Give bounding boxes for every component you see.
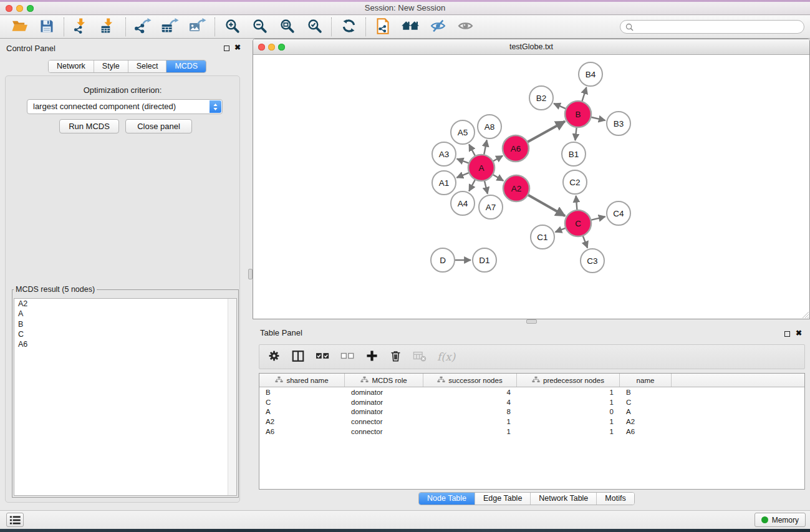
create-column-button[interactable] [291, 349, 305, 365]
graph-node-D[interactable]: D [431, 248, 455, 272]
graph-edge-A2-C[interactable] [527, 195, 565, 216]
tab-mcds[interactable]: MCDS [166, 60, 206, 72]
graph-edge-A-A3[interactable] [457, 159, 470, 164]
export-image-button[interactable] [185, 17, 210, 36]
graph-node-A[interactable]: A [468, 155, 494, 181]
graph-node-A8[interactable]: A8 [478, 115, 501, 138]
graph-node-A4[interactable]: A4 [451, 191, 475, 215]
graph-node-A6[interactable]: A6 [503, 135, 529, 162]
column-header-successor-nodes[interactable]: successor nodes [423, 374, 517, 387]
resize-grip[interactable] [801, 310, 809, 319]
graph-node-A3[interactable]: A3 [432, 142, 456, 166]
graph-node-A2[interactable]: A2 [503, 175, 529, 201]
new-network-from-selection-button[interactable] [370, 17, 395, 36]
tab-style[interactable]: Style [94, 60, 128, 72]
zoom-selected-button[interactable] [302, 17, 327, 36]
first-neighbors-button[interactable] [398, 17, 423, 36]
delete-row-button[interactable] [389, 349, 402, 364]
tab-node-table[interactable]: Node Table [419, 493, 475, 505]
column-header-name[interactable]: name [620, 374, 672, 387]
criterion-select[interactable]: largest connected component (directed) [27, 99, 223, 114]
float-panel-icon[interactable] [224, 46, 229, 51]
graph-node-B1[interactable]: B1 [562, 142, 586, 166]
graph-edge-C-C1[interactable] [556, 228, 567, 232]
deselect-all-button[interactable] [340, 349, 355, 364]
memory-button[interactable]: Memory [755, 513, 806, 527]
graph-node-A5[interactable]: A5 [451, 120, 475, 144]
zoom-out-button[interactable] [247, 17, 272, 36]
table-row[interactable]: Cdominator41C [259, 397, 804, 407]
mcds-result-item[interactable]: A2 [14, 299, 236, 309]
horizontal-splitter-handle[interactable] [526, 319, 537, 324]
graph-edge-C-C4[interactable] [590, 216, 605, 220]
graph-edge-C-C2[interactable] [576, 196, 577, 211]
vertical-splitter-handle[interactable] [248, 269, 253, 279]
import-table-button[interactable] [96, 17, 121, 36]
graph-node-A1[interactable]: A1 [432, 171, 456, 195]
table-row[interactable]: A6connector11A6 [259, 427, 804, 437]
graph-node-C4[interactable]: C4 [607, 201, 630, 225]
tab-select[interactable]: Select [128, 60, 166, 72]
graph-edge-A-A2[interactable] [492, 174, 503, 181]
network-close-button[interactable] [258, 44, 265, 51]
mcds-result-item[interactable]: C [14, 329, 236, 339]
graph-edge-A-A6[interactable] [492, 156, 503, 162]
graph-edge-A-A4[interactable] [469, 179, 476, 191]
graph-node-C3[interactable]: C3 [581, 249, 604, 273]
table-settings-button[interactable] [268, 349, 281, 364]
graph-edge-A-A8[interactable] [484, 140, 487, 156]
graph-edge-A-A7[interactable] [485, 180, 488, 194]
add-row-button[interactable] [365, 349, 378, 364]
graph-edge-B-B1[interactable] [575, 127, 576, 140]
graph-node-B[interactable]: B [565, 101, 591, 127]
search-input[interactable] [637, 22, 799, 32]
graph-edge-C-C3[interactable] [582, 235, 587, 248]
zoom-window-button[interactable] [27, 5, 34, 12]
tab-network-table[interactable]: Network Table [530, 493, 596, 505]
graph-node-C[interactable]: C [565, 210, 591, 236]
graph-edge-B-B2[interactable] [554, 104, 567, 109]
graph-edge-B-B4[interactable] [582, 87, 586, 102]
run-mcds-button[interactable]: Run MCDS [59, 119, 119, 133]
graph-edge-B-B3[interactable] [591, 117, 605, 121]
graph-edge-A6-B[interactable] [527, 122, 566, 143]
graph-edge-A-A1[interactable] [456, 172, 470, 177]
graph-edge-A-A5[interactable] [469, 145, 476, 157]
graph-node-C2[interactable]: C2 [563, 170, 587, 194]
export-table-button[interactable] [158, 17, 183, 36]
zoom-fit-button[interactable] [274, 17, 299, 36]
save-session-button[interactable] [34, 17, 59, 36]
minimize-window-button[interactable] [16, 5, 23, 12]
column-header-shared-name[interactable]: shared name [259, 374, 345, 387]
hide-selected-button[interactable] [425, 17, 450, 36]
graph-node-A7[interactable]: A7 [479, 195, 503, 219]
mcds-result-item[interactable]: A [14, 309, 236, 319]
mcds-result-item[interactable]: B [14, 319, 236, 329]
network-zoom-button[interactable] [278, 44, 285, 51]
close-window-button[interactable] [6, 5, 12, 12]
close-panel-button[interactable]: Close panel [125, 119, 192, 133]
tab-motifs[interactable]: Motifs [596, 493, 634, 505]
graph-node-B3[interactable]: B3 [607, 112, 630, 135]
export-network-button[interactable] [130, 17, 155, 36]
graph-node-B2[interactable]: B2 [529, 86, 553, 110]
refresh-button[interactable] [336, 17, 361, 36]
table-row[interactable]: A2connector11A2 [259, 417, 804, 427]
network-minimize-button[interactable] [268, 44, 275, 51]
scrollbar[interactable] [228, 299, 236, 495]
close-table-panel-icon[interactable]: ✖ [796, 329, 802, 337]
open-file-button[interactable] [7, 17, 32, 36]
column-header-MCDS-role[interactable]: MCDS role [345, 374, 423, 387]
graph-node-C1[interactable]: C1 [531, 225, 554, 249]
task-history-button[interactable] [6, 513, 24, 527]
float-table-panel-icon[interactable] [784, 331, 790, 337]
tab-network[interactable]: Network [49, 60, 94, 72]
table-row[interactable]: Bdominator41B [259, 387, 804, 397]
column-header-predecessor-nodes[interactable]: predecessor nodes [517, 374, 620, 387]
table-row[interactable]: Adominator80A [259, 407, 804, 417]
zoom-in-button[interactable] [219, 17, 244, 36]
import-network-button[interactable] [69, 17, 94, 36]
graph-node-D1[interactable]: D1 [473, 248, 496, 272]
mcds-result-item[interactable]: A6 [14, 339, 236, 349]
select-all-button[interactable] [316, 349, 330, 364]
